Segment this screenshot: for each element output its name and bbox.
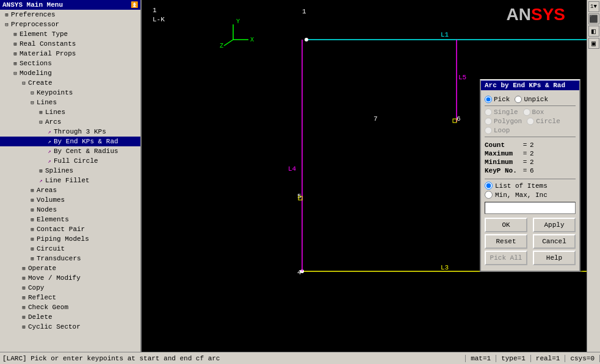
sidebar-item-pipingmodels[interactable]: ⊞ Piping Models [0, 234, 140, 244]
radio-pick[interactable]: Pick [485, 96, 510, 103]
sidebar-item-copy[interactable]: ⊞ Copy [0, 283, 140, 293]
radio-polygon-input[interactable] [485, 118, 492, 125]
label-splines: Splines [45, 167, 73, 174]
keypoint-input[interactable] [485, 202, 576, 214]
expander-movemodify[interactable]: ⊞ [20, 275, 28, 282]
help-button[interactable]: Help [533, 251, 576, 265]
expander-lines[interactable]: ⊟ [28, 99, 37, 106]
radio-unpick-input[interactable] [515, 96, 522, 103]
radio-circle-input[interactable] [527, 118, 534, 125]
sidebar-item-arcs[interactable]: ⊟ Arcs [0, 117, 140, 127]
sidebar-item-elements[interactable]: ⊞ Elements [0, 215, 140, 224]
toolbar-btn-1[interactable]: 1▼ [588, 1, 599, 12]
radio-loop[interactable]: Loop [485, 127, 510, 134]
expander-areas[interactable]: ⊞ [28, 187, 37, 194]
sidebar-item-delete[interactable]: ⊞ Delete [0, 312, 140, 322]
label-bycentradius: By Cent & Radius [54, 148, 118, 155]
radio-box-input[interactable] [523, 109, 530, 116]
pickall-button[interactable]: Pick All [485, 251, 527, 265]
expander-real-constants[interactable]: ⊞ [11, 41, 20, 48]
sidebar-item-movemodify[interactable]: ⊞ Move / Modify [0, 273, 140, 283]
expander-nodes[interactable]: ⊞ [28, 207, 37, 213]
sidebar-item-fullcircle[interactable]: ↗ Full Circle [0, 156, 140, 166]
label-volumes: Volumes [37, 196, 65, 204]
sidebar-item-checkgeom[interactable]: ⊞ Check Geom [0, 302, 140, 312]
sidebar-item-sections[interactable]: ⊞ Sections [0, 59, 140, 68]
panel-arrows[interactable]: ⏫ [131, 1, 138, 9]
sidebar-item-through3kps[interactable]: ↗ Through 3 KPs [0, 127, 140, 137]
radio-box[interactable]: Box [523, 109, 544, 116]
expander-volumes[interactable]: ⊞ [28, 197, 37, 204]
expander-sections[interactable]: ⊞ [11, 60, 20, 67]
expander-transducers[interactable]: ⊞ [28, 255, 37, 262]
sidebar-item-cyclicsector[interactable]: ⊞ Cyclic Sector [0, 322, 140, 332]
reset-button[interactable]: Reset [485, 234, 527, 249]
apply-button[interactable]: Apply [533, 218, 576, 232]
expander-preprocessor[interactable]: ⊟ [2, 21, 11, 28]
expander-operate[interactable]: ⊞ [20, 265, 28, 272]
sidebar-item-reflect[interactable]: ⊞ Reflect [0, 293, 140, 302]
expander-delete[interactable]: ⊞ [20, 314, 28, 321]
expander-circuit[interactable]: ⊞ [28, 246, 37, 252]
sidebar-item-bycentradius[interactable]: ↗ By Cent & Radius [0, 146, 140, 156]
arc-icon-bycent: ↗ [45, 148, 54, 155]
sidebar-item-material-props[interactable]: ⊞ Material Props [0, 49, 140, 59]
sidebar-item-volumes[interactable]: ⊞ Volumes [0, 195, 140, 205]
ok-button[interactable]: OK [485, 218, 527, 232]
sidebar-item-preprocessor[interactable]: ⊟ Preprocessor [0, 20, 140, 29]
expander-arcs[interactable]: ⊟ [37, 119, 45, 126]
cancel-button[interactable]: Cancel [533, 234, 576, 249]
expander-lines-sub[interactable]: ⊞ [37, 109, 45, 116]
sidebar-item-lines[interactable]: ⊟ Lines [0, 98, 140, 107]
sidebar-item-lines-sub[interactable]: ⊞ Lines [0, 107, 140, 117]
toolbar-btn-cube2[interactable]: ◧ [588, 26, 599, 37]
expander-material-props[interactable]: ⊞ [11, 51, 20, 57]
radio-unpick[interactable]: Unpick [515, 96, 548, 103]
expander-keypoints[interactable]: ⊟ [28, 90, 37, 96]
expander-copy[interactable]: ⊞ [20, 285, 28, 291]
sidebar-item-create[interactable]: ⊟ Create [0, 78, 140, 88]
status-bar: [LARC] Pick or enter keypoints at start … [0, 352, 600, 364]
expander-reflect[interactable]: ⊞ [20, 294, 28, 301]
radio-single-input[interactable] [485, 109, 492, 116]
toolbar-btn-cube1[interactable]: ⬛ [588, 13, 599, 24]
sidebar-item-element-type[interactable]: ⊞ Element Type [0, 29, 140, 39]
expander-preferences[interactable]: ⊞ [2, 12, 11, 18]
sidebar-item-linefillet[interactable]: ↗ Line Fillet [0, 176, 140, 185]
radio-list-items[interactable] [485, 182, 493, 190]
expander-create[interactable]: ⊟ [20, 80, 28, 87]
sidebar-item-splines[interactable]: ⊞ Splines [0, 166, 140, 176]
tree-scroll[interactable]: ⊞ Preferences ⊟ Preprocessor ⊞ Element T [0, 10, 140, 352]
sidebar-item-circuit[interactable]: ⊞ Circuit [0, 244, 140, 254]
sidebar-item-nodes[interactable]: ⊞ Nodes [0, 205, 140, 215]
viewport[interactable]: ANSYS Y X Z L-K 1 1 [142, 0, 587, 352]
sidebar-item-preferences[interactable]: ⊞ Preferences [0, 10, 140, 20]
sidebar-item-contactpair[interactable]: ⊞ Contact Pair [0, 224, 140, 234]
list-items-option[interactable]: List of Items [485, 182, 576, 190]
radio-pick-input[interactable] [485, 96, 492, 103]
dialog-title[interactable]: Arc by End KPs & Rad [481, 80, 579, 90]
sidebar-item-modeling[interactable]: ⊟ Modeling [0, 68, 140, 78]
radio-polygon[interactable]: Polygon [485, 118, 522, 125]
expander-elements[interactable]: ⊞ [28, 216, 37, 223]
sidebar-item-areas[interactable]: ⊞ Areas [0, 185, 140, 195]
sidebar-item-operate[interactable]: ⊞ Operate [0, 263, 140, 273]
min-max-inc-option[interactable]: Min, Max, Inc [485, 191, 576, 199]
expander-element-type[interactable]: ⊞ [11, 31, 20, 38]
svg-text:1: 1 [302, 8, 306, 15]
radio-single[interactable]: Single [485, 109, 518, 116]
expander-checkgeom[interactable]: ⊞ [20, 304, 28, 311]
sidebar-item-byendkps[interactable]: ↗ By End KPs & Rad [0, 137, 140, 146]
sidebar-item-keypoints[interactable]: ⊟ Keypoints [0, 88, 140, 98]
radio-circle[interactable]: Circle [527, 118, 560, 125]
expander-modeling[interactable]: ⊟ [11, 70, 20, 77]
radio-loop-input[interactable] [485, 127, 492, 134]
radio-min-max-inc[interactable] [485, 191, 493, 199]
sidebar-item-transducers[interactable]: ⊞ Transducers [0, 254, 140, 263]
expander-cyclicsector[interactable]: ⊞ [20, 324, 28, 330]
expander-pipingmodels[interactable]: ⊞ [28, 236, 37, 243]
toolbar-btn-cube3[interactable]: ▣ [588, 38, 599, 49]
sidebar-item-real-constants[interactable]: ⊞ Real Constants [0, 39, 140, 49]
expander-splines[interactable]: ⊞ [37, 168, 45, 174]
expander-contactpair[interactable]: ⊞ [28, 226, 37, 233]
